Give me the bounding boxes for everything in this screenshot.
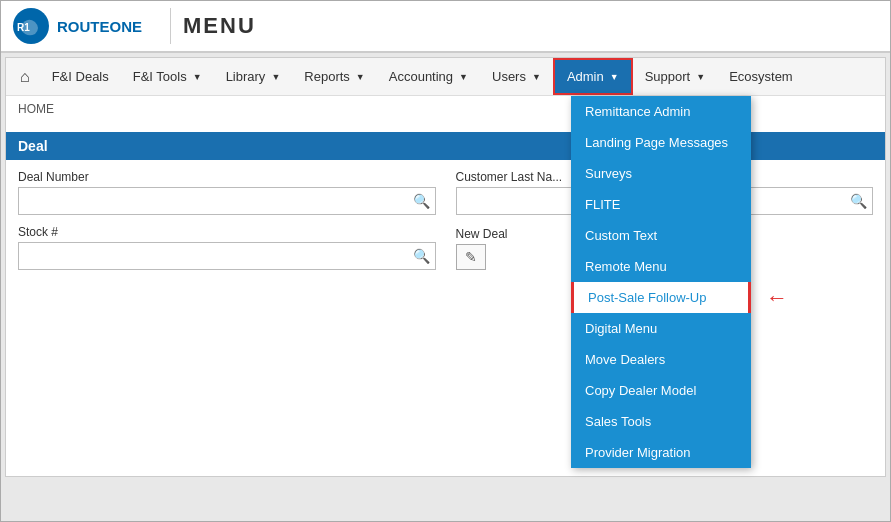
post-sale-label: Post-Sale Follow-Up — [588, 290, 707, 305]
dropdown-remittance-admin[interactable]: Remittance Admin — [571, 96, 751, 127]
deal-title: Deal — [18, 138, 48, 154]
header-divider — [170, 8, 171, 44]
nav-fi-tools-caret: ▼ — [193, 72, 202, 82]
deal-section: Deal Deal Number 🔍 Customer Last Na... — [6, 132, 885, 290]
stock-number-input-wrapper: 🔍 — [18, 242, 436, 270]
deal-section-header: Deal — [6, 132, 885, 160]
breadcrumb-home[interactable]: HOME — [18, 102, 54, 116]
breadcrumb: HOME — [6, 96, 885, 122]
dropdown-surveys[interactable]: Surveys — [571, 158, 751, 189]
dropdown-custom-text[interactable]: Custom Text — [571, 220, 751, 251]
nav-fi-deals-label: F&I Deals — [52, 69, 109, 84]
dropdown-sales-tools[interactable]: Sales Tools — [571, 406, 751, 437]
logo-area: R1 ROUTEONE — [13, 8, 142, 44]
deal-form: Deal Number 🔍 Customer Last Na... 🔍 — [6, 160, 885, 290]
nav-reports[interactable]: Reports ▼ — [292, 58, 376, 95]
nav-fi-tools-label: F&I Tools — [133, 69, 187, 84]
new-deal-label: New Deal — [456, 227, 508, 241]
customer-last-name-search-btn[interactable]: 🔍 — [845, 193, 872, 209]
dropdown-provider-migration[interactable]: Provider Migration — [571, 437, 751, 468]
deal-number-input-wrapper: 🔍 — [18, 187, 436, 215]
nav-bar: ⌂ F&I Deals F&I Tools ▼ Library ▼ Report… — [6, 58, 885, 96]
stock-number-input[interactable] — [19, 243, 408, 269]
nav-library-label: Library — [226, 69, 266, 84]
nav-admin-label: Admin — [567, 69, 604, 84]
new-deal-button[interactable]: ✎ — [456, 244, 486, 270]
nav-fi-deals[interactable]: F&I Deals — [40, 58, 121, 95]
deal-number-label: Deal Number — [18, 170, 436, 184]
stock-number-search-btn[interactable]: 🔍 — [408, 248, 435, 264]
nav-ecosystem-label: Ecosystem — [729, 69, 793, 84]
nav-admin[interactable]: Admin ▼ — [553, 58, 633, 95]
nav-accounting[interactable]: Accounting ▼ — [377, 58, 480, 95]
nav-container: ⌂ F&I Deals F&I Tools ▼ Library ▼ Report… — [6, 58, 885, 96]
brand-name: ROUTEONE — [57, 18, 142, 35]
nav-support-label: Support — [645, 69, 691, 84]
arrow-indicator: ← — [766, 285, 788, 311]
dropdown-copy-dealer-model[interactable]: Copy Dealer Model — [571, 375, 751, 406]
nav-library[interactable]: Library ▼ — [214, 58, 293, 95]
nav-reports-label: Reports — [304, 69, 350, 84]
nav-fi-tools[interactable]: F&I Tools ▼ — [121, 58, 214, 95]
nav-support-caret: ▼ — [696, 72, 705, 82]
dropdown-remote-menu[interactable]: Remote Menu — [571, 251, 751, 282]
svg-text:R1: R1 — [17, 22, 30, 33]
dropdown-landing-page-messages[interactable]: Landing Page Messages — [571, 127, 751, 158]
nav-reports-caret: ▼ — [356, 72, 365, 82]
nav-admin-caret: ▼ — [610, 72, 619, 82]
deal-number-input[interactable] — [19, 188, 408, 214]
nav-users-caret: ▼ — [532, 72, 541, 82]
dropdown-digital-menu[interactable]: Digital Menu — [571, 313, 751, 344]
nav-support[interactable]: Support ▼ — [633, 58, 717, 95]
nav-users[interactable]: Users ▼ — [480, 58, 553, 95]
stock-number-group: Stock # 🔍 — [18, 225, 436, 270]
stock-number-label: Stock # — [18, 225, 436, 239]
nav-users-label: Users — [492, 69, 526, 84]
app-wrapper: R1 ROUTEONE MENU ⌂ F&I Deals F&I Tools ▼… — [0, 0, 891, 522]
nav-home[interactable]: ⌂ — [10, 58, 40, 95]
page-container: ⌂ F&I Deals F&I Tools ▼ Library ▼ Report… — [5, 57, 886, 477]
deal-number-group: Deal Number 🔍 — [18, 170, 436, 215]
dropdown-move-dealers[interactable]: Move Dealers — [571, 344, 751, 375]
top-header: R1 ROUTEONE MENU — [1, 1, 890, 53]
routeone-logo: R1 — [13, 8, 49, 44]
dropdown-post-sale-follow-up[interactable]: Post-Sale Follow-Up ← — [571, 282, 751, 313]
deal-number-search-btn[interactable]: 🔍 — [408, 193, 435, 209]
menu-label: MENU — [183, 13, 256, 39]
nav-library-caret: ▼ — [271, 72, 280, 82]
dropdown-flite[interactable]: FLITE — [571, 189, 751, 220]
nav-accounting-label: Accounting — [389, 69, 453, 84]
nav-ecosystem[interactable]: Ecosystem — [717, 58, 805, 95]
nav-accounting-caret: ▼ — [459, 72, 468, 82]
admin-dropdown: Remittance Admin Landing Page Messages S… — [571, 96, 751, 468]
